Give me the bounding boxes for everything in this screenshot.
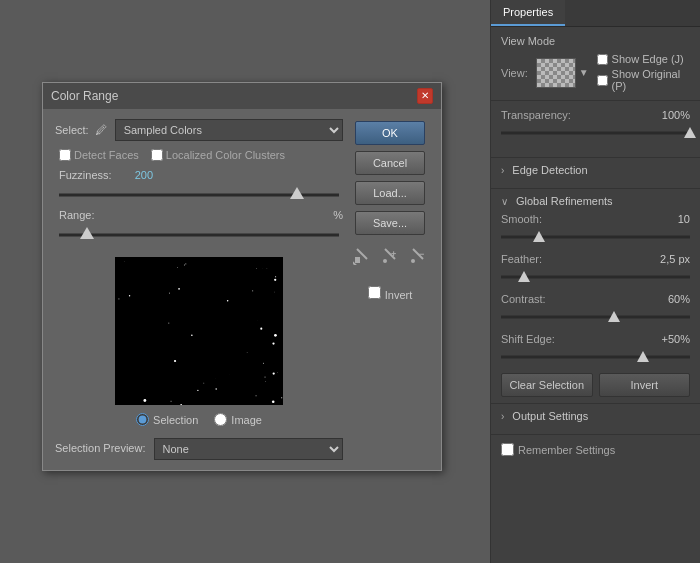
fuzziness-value: 200 xyxy=(123,169,153,181)
feather-value: 2,5 px xyxy=(660,253,690,265)
invert-checkbox[interactable] xyxy=(368,286,381,299)
clear-selection-button[interactable]: Clear Selection xyxy=(501,373,593,397)
contrast-value: 60% xyxy=(668,293,690,305)
transparency-thumb[interactable] xyxy=(684,127,696,138)
select-dropdown[interactable]: Sampled Colors xyxy=(115,119,343,141)
svg-text:−: − xyxy=(419,249,424,259)
view-thumbnail xyxy=(536,58,576,88)
dialog-title: Color Range xyxy=(51,89,118,103)
shift-edge-slider[interactable] xyxy=(501,349,690,365)
checkbox-row: Detect Faces Localized Color Clusters xyxy=(59,149,343,161)
select-label: Select: xyxy=(55,124,89,136)
detect-faces-checkbox-item[interactable]: Detect Faces xyxy=(59,149,139,161)
smooth-value: 10 xyxy=(678,213,690,225)
selection-preview-dropdown[interactable]: None xyxy=(154,438,344,460)
range-label: Range: xyxy=(59,209,99,221)
save-button[interactable]: Save... xyxy=(355,211,425,235)
localized-clusters-checkbox-item[interactable]: Localized Color Clusters xyxy=(151,149,285,161)
fuzziness-thumb[interactable] xyxy=(290,187,304,199)
cancel-button[interactable]: Cancel xyxy=(355,151,425,175)
bottom-buttons: Clear Selection Invert xyxy=(501,373,690,397)
selection-radio[interactable] xyxy=(136,413,149,426)
svg-point-8 xyxy=(411,259,415,263)
dialog-left: Select: 🖉 Sampled Colors Detect Faces Lo… xyxy=(55,119,343,460)
show-original-checkbox[interactable] xyxy=(597,75,608,86)
image-radio[interactable] xyxy=(214,413,227,426)
transparency-value: 100% xyxy=(662,109,690,121)
view-label: View: xyxy=(501,67,528,79)
smooth-slider[interactable] xyxy=(501,229,690,245)
edge-detection-label: Edge Detection xyxy=(512,164,587,176)
tab-properties[interactable]: Properties xyxy=(491,0,565,26)
localized-clusters-label: Localized Color Clusters xyxy=(166,149,285,161)
transparency-label: Transparency: xyxy=(501,109,571,121)
selection-radio-item[interactable]: Selection xyxy=(136,413,198,426)
selection-preview-label: Selection Preview: xyxy=(55,442,146,454)
preview-container xyxy=(55,249,343,413)
shift-edge-label: Shift Edge: xyxy=(501,333,555,345)
svg-text:+: + xyxy=(391,249,396,259)
remember-settings-checkbox[interactable] xyxy=(501,443,514,456)
global-refinements-header[interactable]: ∨ Global Refinements xyxy=(501,195,690,207)
eyedropper-row: + − xyxy=(351,245,429,271)
dialog-inner: Select: 🖉 Sampled Colors Detect Faces Lo… xyxy=(55,119,429,460)
smooth-thumb[interactable] xyxy=(533,231,545,242)
view-mode-row: View: ▼ Show Edge (J) Show Original (P) xyxy=(501,53,690,92)
invert-button[interactable]: Invert xyxy=(599,373,691,397)
eyedropper-add-button[interactable]: + xyxy=(379,245,401,271)
show-edge-item[interactable]: Show Edge (J) xyxy=(597,53,690,65)
view-dropdown-arrow[interactable]: ▼ xyxy=(579,67,589,78)
view-checkboxes: Show Edge (J) Show Original (P) xyxy=(597,53,690,92)
dialog-close-button[interactable]: ✕ xyxy=(417,88,433,104)
shift-edge-row: Shift Edge: +50% xyxy=(501,333,690,345)
localized-clusters-checkbox[interactable] xyxy=(151,149,163,161)
output-settings-chevron: › xyxy=(501,411,504,422)
range-thumb[interactable] xyxy=(80,227,94,239)
global-refinements-label: Global Refinements xyxy=(516,195,613,207)
remember-settings-row: Remember Settings xyxy=(491,435,700,464)
load-button[interactable]: Load... xyxy=(355,181,425,205)
smooth-label: Smooth: xyxy=(501,213,542,225)
view-mode-section: View Mode View: ▼ Show Edge (J) Show Ori… xyxy=(491,27,700,101)
dialog-body: Select: 🖉 Sampled Colors Detect Faces Lo… xyxy=(43,109,441,470)
show-edge-checkbox[interactable] xyxy=(597,54,608,65)
ok-button[interactable]: OK xyxy=(355,121,425,145)
global-refinements-chevron: ∨ xyxy=(501,196,508,207)
invert-row: Invert xyxy=(368,283,413,301)
smooth-track xyxy=(501,236,690,239)
edge-detection-section: › Edge Detection xyxy=(491,158,700,189)
image-radio-item[interactable]: Image xyxy=(214,413,262,426)
smooth-row: Smooth: 10 xyxy=(501,213,690,225)
shift-edge-value: +50% xyxy=(662,333,690,345)
transparency-row: Transparency: 100% xyxy=(501,109,690,121)
shift-edge-thumb[interactable] xyxy=(637,351,649,362)
edge-detection-chevron: › xyxy=(501,165,504,176)
view-selector[interactable]: ▼ xyxy=(536,58,589,88)
feather-thumb[interactable] xyxy=(518,271,530,282)
dialog-right: OK Cancel Load... Save... xyxy=(351,119,429,460)
view-mode-title: View Mode xyxy=(501,35,690,47)
detect-faces-checkbox[interactable] xyxy=(59,149,71,161)
select-row: Select: 🖉 Sampled Colors xyxy=(55,119,343,141)
fuzziness-row: Fuzziness: 200 xyxy=(59,169,343,181)
fuzziness-label: Fuzziness: xyxy=(59,169,119,181)
eyedropper-sample-button[interactable] xyxy=(351,245,373,271)
feather-row: Feather: 2,5 px xyxy=(501,253,690,265)
range-track xyxy=(59,234,339,237)
feather-slider[interactable] xyxy=(501,269,690,285)
contrast-row: Contrast: 60% xyxy=(501,293,690,305)
contrast-thumb[interactable] xyxy=(608,311,620,322)
eyedropper-subtract-button[interactable]: − xyxy=(407,245,429,271)
range-row: Range: % xyxy=(59,209,343,221)
output-settings-header[interactable]: › Output Settings xyxy=(501,410,690,422)
invert-label: Invert xyxy=(385,289,413,301)
global-refinements-section: ∨ Global Refinements Smooth: 10 Feather:… xyxy=(491,189,700,404)
transparency-slider[interactable] xyxy=(501,125,690,141)
contrast-track xyxy=(501,316,690,319)
image-radio-label: Image xyxy=(231,414,262,426)
fuzziness-slider[interactable] xyxy=(59,185,339,205)
contrast-slider[interactable] xyxy=(501,309,690,325)
range-slider[interactable] xyxy=(59,225,339,245)
show-original-item[interactable]: Show Original (P) xyxy=(597,68,690,92)
edge-detection-header[interactable]: › Edge Detection xyxy=(501,164,690,176)
